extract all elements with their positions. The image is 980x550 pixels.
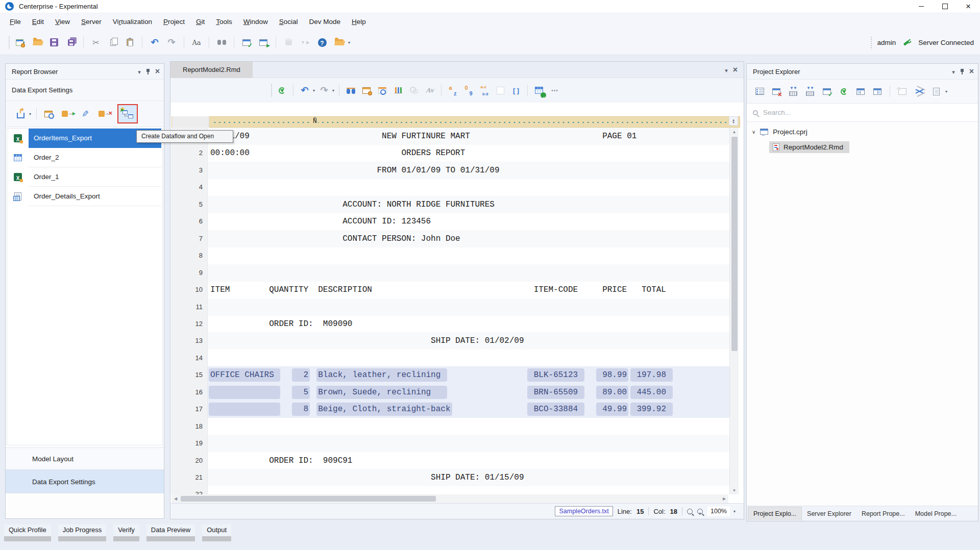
split-handle-icon[interactable] (729, 116, 738, 126)
pin-icon[interactable] (145, 68, 151, 75)
tab-output[interactable]: Output (202, 524, 231, 541)
import-grid-icon[interactable] (787, 85, 800, 98)
line-text[interactable]: 00:00:00 ORDERS REPORT (208, 144, 729, 162)
field-highlight[interactable]: 445.00 (630, 386, 673, 399)
field-highlight[interactable] (209, 386, 280, 399)
line-text[interactable] (208, 247, 729, 264)
field-highlight[interactable]: Black, leather, reclining (316, 368, 447, 382)
line-text[interactable]: 8 Beige, Cloth, straight-back BCO-33884 … (208, 401, 729, 418)
search-input[interactable] (763, 109, 926, 116)
horizontal-scroll-thumb[interactable] (181, 496, 436, 502)
close-icon[interactable] (155, 67, 160, 76)
toolbar-grip[interactable] (8, 36, 10, 49)
tab-verify[interactable]: Verify (113, 524, 139, 541)
field-highlight[interactable]: 8 (292, 403, 310, 416)
redo-icon[interactable] (317, 84, 331, 97)
window-close-icon[interactable] (770, 85, 783, 98)
split-right-icon[interactable] (871, 85, 884, 98)
split-left-icon[interactable] (854, 85, 867, 98)
line-text[interactable]: CONTACT PERSON: John Doe (208, 230, 729, 247)
line-text[interactable] (208, 486, 729, 494)
line-text[interactable]: ORDER ID: M09090 (208, 315, 729, 333)
import-grid-icon-2[interactable] (803, 85, 817, 98)
save-all-icon[interactable] (64, 36, 78, 49)
menu-item-edit[interactable]: Edit (27, 15, 50, 28)
field-highlight[interactable]: BCO-33884 (527, 403, 584, 416)
source-file-chip[interactable]: SampleOrders.txt (555, 506, 612, 516)
field-highlight[interactable]: 89.00 (596, 386, 629, 399)
tree-item-label[interactable]: ReportModel2.Rmd (783, 143, 843, 151)
menu-item-window[interactable]: Window (238, 15, 274, 28)
vertical-scroll-thumb[interactable] (731, 137, 738, 351)
export-run-icon[interactable] (58, 107, 76, 120)
help-icon[interactable] (315, 36, 329, 49)
scroll-up-icon[interactable]: ▲ (732, 128, 737, 136)
menu-item-virtualization[interactable]: Virtualization (107, 15, 158, 28)
tree-item-reportmodel[interactable]: ReportModel2.Rmd (747, 139, 978, 155)
line-text[interactable]: FROM 01/01/09 TO 01/31/09 (208, 162, 729, 179)
create-dataflow-button[interactable] (117, 104, 138, 123)
model-layout-button[interactable]: Model Layout (6, 447, 164, 470)
search-box[interactable] (747, 104, 978, 122)
tab-model-properties[interactable]: Model Prope... (910, 507, 962, 520)
list-item-order-2[interactable]: Order_2 (7, 148, 162, 167)
toolbar-grip[interactable] (870, 36, 872, 49)
tab-quick-profile[interactable]: Quick Profile (4, 524, 51, 541)
field-highlight[interactable]: BRN-65509 (527, 386, 584, 399)
line-text[interactable]: ORDER ID: 909C91 (208, 452, 729, 469)
window-run-icon[interactable] (257, 36, 270, 49)
list-item-label[interactable]: Order_Details_Export (29, 187, 161, 206)
chevron-expanded-icon[interactable]: ∨ (752, 129, 755, 135)
field-highlight[interactable]: Brown, Suede, reclining (316, 386, 447, 399)
export-icon[interactable] (14, 107, 27, 120)
data-export-settings-button[interactable]: Data Export Settings (6, 470, 164, 493)
list-item-order-1[interactable]: Order_1 (7, 167, 162, 187)
column-ruler[interactable]: Ñ (172, 116, 740, 128)
undo-icon[interactable] (298, 84, 311, 97)
field-highlight[interactable]: OFFICE CHAIRS (209, 368, 280, 382)
scroll-right-icon[interactable]: ▶ (720, 496, 728, 501)
browse-folder-icon[interactable] (332, 36, 346, 49)
report-text-area[interactable]: 101/31/09 NEW FURTINURE MART PAGE 01200:… (171, 128, 729, 494)
toolbar-overflow-icon[interactable]: ▾ (348, 40, 350, 45)
menu-item-git[interactable]: Git (190, 15, 210, 28)
tab-data-preview[interactable]: Data Preview (146, 524, 195, 541)
toolbar-grip[interactable] (271, 84, 273, 97)
menu-item-view[interactable]: View (50, 15, 76, 28)
field-highlight[interactable]: 399.92 (630, 403, 673, 416)
tree-item-label[interactable]: Project.cprj (773, 128, 807, 136)
list-item-label[interactable]: Order_1 (29, 167, 161, 187)
chevron-down-icon[interactable] (725, 65, 728, 74)
chart-icon[interactable] (391, 84, 405, 97)
undo-dropdown-icon[interactable]: ▾ (313, 88, 315, 93)
line-text[interactable]: OFFICE CHAIRS 2 Black, leather, reclinin… (208, 366, 729, 384)
pattern-window-icon[interactable] (360, 84, 373, 97)
scroll-left-icon[interactable]: ◀ (172, 496, 180, 501)
open-folder-icon[interactable] (31, 36, 44, 49)
tree-item-project[interactable]: ∨ Project.cprj (747, 124, 978, 139)
window-check-icon[interactable] (820, 85, 834, 98)
scroll-down-icon[interactable]: ▼ (732, 486, 737, 494)
field-highlight[interactable] (209, 403, 280, 416)
more-icon[interactable] (548, 84, 561, 97)
zoom-dropdown-icon[interactable]: ▾ (733, 509, 736, 514)
line-text[interactable]: ACCOUNT: NORTH RIDGE FURNITURES (208, 196, 729, 213)
list-details-icon[interactable] (753, 85, 766, 98)
refresh-icon[interactable] (275, 84, 288, 97)
line-text[interactable] (208, 418, 729, 435)
tab-server-explorer[interactable]: Server Explorer (802, 507, 856, 520)
paste-icon[interactable] (123, 36, 136, 49)
menu-item-social[interactable]: Social (274, 15, 304, 28)
tab-reportmodel2[interactable]: ReportModel2.Rmd (170, 62, 253, 78)
find-icon[interactable] (344, 84, 357, 97)
close-icon[interactable] (733, 65, 738, 74)
pin-icon[interactable] (960, 68, 965, 75)
sort-numeric-icon[interactable] (462, 84, 475, 97)
field-highlight[interactable]: BLK-65123 (527, 368, 584, 382)
edit-pencil-icon[interactable] (79, 107, 92, 120)
line-text[interactable] (208, 179, 729, 196)
preview-icon[interactable] (376, 84, 389, 97)
menu-item-tools[interactable]: Tools (210, 15, 238, 28)
line-text[interactable]: ITEM QUANTITY DESCRIPTION ITEM-CODE PRIC… (208, 281, 729, 298)
menu-item-server[interactable]: Server (76, 15, 107, 28)
